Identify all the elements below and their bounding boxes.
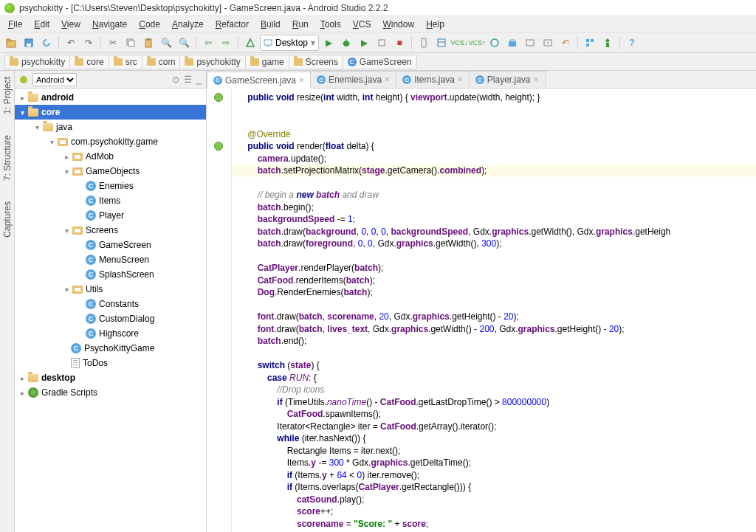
menu-code[interactable]: Code <box>134 18 165 31</box>
crumb-gamescreen[interactable]: CGameScreen <box>343 55 417 69</box>
menu-file[interactable]: File <box>3 18 27 31</box>
override-gutter-icon[interactable] <box>214 142 223 151</box>
back-icon[interactable]: ⇦ <box>200 35 216 51</box>
help-icon[interactable]: ? <box>624 35 640 51</box>
tree-screens[interactable]: ▾Screens <box>15 223 206 238</box>
layout-icon[interactable] <box>433 35 450 51</box>
menu-tools[interactable]: Tools <box>315 18 346 31</box>
svg-rect-7 <box>147 38 150 41</box>
crumb-core[interactable]: core <box>70 55 109 69</box>
project-structure-icon[interactable] <box>582 35 598 51</box>
crumb-com[interactable]: com <box>142 55 181 69</box>
vcs-commit-icon[interactable]: VCS↑ <box>469 35 485 51</box>
tree-player[interactable]: CPlayer <box>15 208 206 223</box>
crumb-psychokitty[interactable]: psychokitty <box>180 55 245 69</box>
tool-project-tab[interactable]: 1: Project <box>1 74 14 117</box>
open-icon[interactable] <box>3 35 19 51</box>
tree-enemies[interactable]: CEnemies <box>15 179 206 193</box>
left-tool-strip: 1: Project 7: Structure Captures <box>0 71 15 532</box>
menu-view[interactable]: View <box>56 18 86 31</box>
editor-gutter[interactable] <box>207 89 232 532</box>
close-icon[interactable]: × <box>534 75 539 85</box>
crumb-src[interactable]: src <box>109 55 142 69</box>
menu-run[interactable]: Run <box>287 18 314 31</box>
save-icon[interactable] <box>21 35 37 51</box>
menu-refactor[interactable]: Refactor <box>210 18 254 31</box>
tree-splashscreen[interactable]: CSplashScreen <box>15 267 206 282</box>
make-icon[interactable] <box>242 35 258 51</box>
tree-android[interactable]: ▸android <box>15 90 206 105</box>
tree-customdialog[interactable]: CCustomDialog <box>15 311 206 326</box>
tree-gradle[interactable]: ▸Gradle Scripts <box>15 385 206 400</box>
tree-desktop[interactable]: ▸desktop <box>15 370 206 385</box>
vcs-update-icon[interactable]: VCS↓ <box>451 35 467 51</box>
project-view-combo[interactable]: Android <box>32 73 77 86</box>
breadcrumb-bar: psychokittycoresrccompsychokittygameScre… <box>0 53 756 71</box>
crumb-screens[interactable]: Screens <box>289 55 343 69</box>
run-config-combo[interactable]: Desktop ▾ <box>260 35 319 51</box>
svg-point-10 <box>343 41 349 46</box>
crumb-psychokitty[interactable]: psychokitty <box>4 55 70 69</box>
settings-icon[interactable]: ☰ <box>184 75 192 85</box>
tree-utils[interactable]: ▾Utils <box>15 282 206 297</box>
menu-edit[interactable]: Edit <box>29 18 55 31</box>
svg-rect-26 <box>606 43 609 47</box>
code-editor[interactable]: public void resize(int width, int height… <box>232 89 756 532</box>
sync-icon[interactable] <box>38 35 55 51</box>
android-monitor-icon[interactable] <box>522 35 538 51</box>
redo-icon[interactable]: ↷ <box>80 35 97 51</box>
menu-navigate[interactable]: Navigate <box>87 18 132 31</box>
chevron-down-icon: ▾ <box>311 38 315 48</box>
hide-icon[interactable]: ⎯ <box>196 75 202 85</box>
stop-icon[interactable]: ■ <box>391 35 408 51</box>
tree-highscore[interactable]: CHighscore <box>15 326 206 341</box>
tree-todos[interactable]: ToDos <box>15 356 206 370</box>
tool-captures-tab[interactable]: Captures <box>1 198 14 241</box>
tree-constants[interactable]: CConstants <box>15 297 206 311</box>
svg-rect-3 <box>27 44 31 46</box>
run-coverage-icon[interactable]: ▶ <box>356 35 372 51</box>
close-icon[interactable]: × <box>458 75 463 85</box>
tree-menuscreen[interactable]: CMenuScreen <box>15 252 206 267</box>
menu-analyze[interactable]: Analyze <box>167 18 209 31</box>
menu-build[interactable]: Build <box>255 18 286 31</box>
avd-icon[interactable] <box>416 35 432 51</box>
cut-icon[interactable]: ✂ <box>105 35 121 51</box>
sdk-icon[interactable] <box>599 35 616 51</box>
tree-psychokittygame[interactable]: CPsychoKittyGame <box>15 341 206 356</box>
tab-player[interactable]: CPlayer.java× <box>469 71 546 88</box>
menu-window[interactable]: Window <box>377 18 419 31</box>
attach-icon[interactable] <box>374 35 390 51</box>
override-gutter-icon[interactable] <box>214 93 223 102</box>
menu-vcs[interactable]: VCS <box>348 18 377 31</box>
menu-help[interactable]: Help <box>421 18 450 31</box>
undo-icon[interactable]: ↶ <box>63 35 79 51</box>
tree-package[interactable]: ▾com.psychokitty.game <box>15 134 206 149</box>
tree-gamescreen[interactable]: CGameScreen <box>15 238 206 252</box>
sync-gradle-icon[interactable] <box>487 35 503 51</box>
tab-gamescreen[interactable]: CGameScreen.java× <box>207 72 311 89</box>
copy-icon[interactable] <box>123 35 139 51</box>
tab-enemies[interactable]: CEnemies.java× <box>310 71 396 88</box>
close-icon[interactable]: × <box>385 75 390 85</box>
sdk-manager-icon[interactable] <box>504 35 520 51</box>
tool-structure-tab[interactable]: 7: Structure <box>1 132 14 184</box>
debug-icon[interactable] <box>338 35 354 51</box>
tab-items[interactable]: CItems.java× <box>396 71 470 88</box>
tree-java[interactable]: ▾java <box>15 120 206 134</box>
forward-icon[interactable]: ⇨ <box>218 35 234 51</box>
project-tree[interactable]: ▸android ▾core ▾java ▾com.psychokitty.ga… <box>15 89 206 532</box>
collapse-icon[interactable]: ⊙ <box>172 75 179 85</box>
crumb-game[interactable]: game <box>246 55 289 69</box>
paste-icon[interactable] <box>140 35 157 51</box>
close-icon[interactable]: × <box>299 75 304 86</box>
revert-icon[interactable]: ↶ <box>557 35 574 51</box>
run-icon[interactable]: ▶ <box>320 35 337 51</box>
find-icon[interactable]: 🔍 <box>158 35 174 51</box>
replace-icon[interactable]: 🔍 <box>176 35 192 51</box>
tree-items[interactable]: CItems <box>15 193 206 208</box>
tree-core[interactable]: ▾core <box>15 105 206 120</box>
tree-gameobjects[interactable]: ▾GameObjects <box>15 164 206 179</box>
device-icon[interactable] <box>540 35 556 51</box>
tree-admob[interactable]: ▸AdMob <box>15 149 206 164</box>
